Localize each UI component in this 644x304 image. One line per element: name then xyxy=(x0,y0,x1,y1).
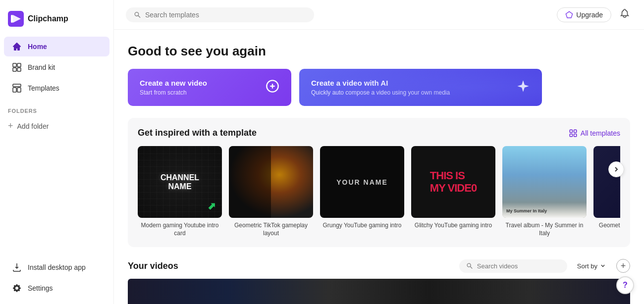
sidebar-item-home-label: Home xyxy=(28,43,47,51)
home-icon xyxy=(12,42,22,51)
content-area: Good to see you again Create a new video… xyxy=(114,30,644,304)
template-name-travel: Travel album - My Summer in Italy xyxy=(502,222,587,237)
template-thumb-travel: My Summer In Italy xyxy=(502,146,587,218)
sidebar: Clipchamp Home Brand kit Templates xyxy=(0,0,114,304)
green-arrow-icon: ⬈ xyxy=(208,200,216,212)
sort-label: Sort by xyxy=(577,262,597,270)
template-thumb-gaming-1: CHANNELNAME ⬈ xyxy=(138,146,222,218)
notification-button[interactable] xyxy=(617,6,632,23)
sort-by-button[interactable]: Sort by xyxy=(573,260,610,272)
sidebar-nav: Home Brand kit Templates xyxy=(0,37,113,98)
svg-rect-17 xyxy=(574,134,576,136)
create-new-video-card[interactable]: Create a new video Start from scratch xyxy=(128,69,291,106)
travel-label: My Summer In Italy xyxy=(506,208,547,213)
add-folder-label: Add folder xyxy=(17,122,49,130)
template-section: Get inspired with a template All templat… xyxy=(128,118,630,247)
template-card-gaming-1[interactable]: CHANNELNAME ⬈ Modern gaming Youtube intr… xyxy=(138,146,222,237)
search-input[interactable] xyxy=(145,11,306,19)
add-video-button[interactable]: + xyxy=(616,259,630,273)
video-search-input[interactable] xyxy=(477,262,560,270)
topbar-right: Upgrade xyxy=(557,6,632,23)
templates-carousel: CHANNELNAME ⬈ Modern gaming Youtube intr… xyxy=(138,146,620,237)
ai-video-subtitle: Quickly auto compose a video using your … xyxy=(311,89,450,96)
all-templates-label: All templates xyxy=(581,129,620,137)
plus-circle-icon xyxy=(266,79,279,96)
your-videos-title: Your videos xyxy=(128,261,178,271)
template-thumb-glitchy: THIS ISMY VIDE0 xyxy=(411,146,495,218)
new-video-title: Create a new video xyxy=(140,79,207,87)
video-search-box[interactable] xyxy=(459,259,567,273)
template-section-header: Get inspired with a template All templat… xyxy=(138,128,620,138)
template-card-travel[interactable]: My Summer In Italy Travel album - My Sum… xyxy=(502,146,587,237)
svg-rect-14 xyxy=(570,130,572,132)
gear-icon xyxy=(12,283,22,293)
template-section-title: Get inspired with a template xyxy=(138,128,257,138)
template-name-gaming-2: Grungy YouTube gaming intro xyxy=(320,222,404,230)
template-name-gaming-1: Modern gaming Youtube intro card xyxy=(138,222,222,237)
template-card-glitchy[interactable]: THIS ISMY VIDE0 Glitchy YouTube gaming i… xyxy=(411,146,495,237)
help-button[interactable]: ? xyxy=(616,276,634,294)
carousel-next-button[interactable] xyxy=(608,161,624,177)
sidebar-item-install[interactable]: Install desktop app xyxy=(4,257,109,277)
template-thumb-gaming-2: YOUR NAME xyxy=(320,146,404,218)
glitchy-text: THIS ISMY VIDE0 xyxy=(430,170,477,194)
settings-label: Settings xyxy=(28,284,53,292)
ai-video-text: Create a video with AI Quickly auto comp… xyxy=(311,79,450,96)
page-title: Good to see you again xyxy=(128,44,630,59)
template-card-geo-yt[interactable]: YOURNAM Geometric YouTube gaming intro xyxy=(593,146,620,237)
help-icon: ? xyxy=(623,281,628,290)
plus-icon: + xyxy=(8,121,13,131)
svg-rect-15 xyxy=(574,130,576,132)
chevron-down-icon xyxy=(599,262,606,269)
svg-rect-9 xyxy=(17,88,21,92)
upgrade-button[interactable]: Upgrade xyxy=(557,7,611,22)
sidebar-item-settings[interactable]: Settings xyxy=(4,278,109,298)
sidebar-item-brand-kit[interactable]: Brand kit xyxy=(4,57,109,77)
upgrade-label: Upgrade xyxy=(576,11,603,19)
sidebar-item-templates-label: Templates xyxy=(28,84,59,92)
search-icon xyxy=(134,11,141,19)
install-label: Install desktop app xyxy=(28,263,86,271)
sidebar-item-templates[interactable]: Templates xyxy=(4,78,109,98)
template-name-geo-yt: Geometric YouTube gaming intro xyxy=(593,222,620,237)
app-logo: Clipchamp xyxy=(0,6,113,37)
videos-controls: Sort by + xyxy=(459,259,630,273)
ai-video-card[interactable]: Create a video with AI Quickly auto comp… xyxy=(299,69,542,106)
videos-header: Your videos Sort by + xyxy=(128,259,630,273)
thumb-channel-text: CHANNELNAME xyxy=(161,173,199,191)
add-folder-button[interactable]: + Add folder xyxy=(8,118,106,134)
template-thumb-tiktok xyxy=(229,146,313,218)
action-cards: Create a new video Start from scratch Cr… xyxy=(128,69,630,106)
main-area: Upgrade Good to see you again Create a n… xyxy=(114,0,644,304)
template-card-tiktok[interactable]: Geometric TikTok gameplay layout xyxy=(229,146,313,237)
video-search-icon xyxy=(466,262,473,269)
sidebar-item-home[interactable]: Home xyxy=(4,37,109,56)
search-box[interactable] xyxy=(126,7,314,22)
svg-rect-8 xyxy=(13,88,16,92)
carousel-container: CHANNELNAME ⬈ Modern gaming Youtube intr… xyxy=(138,146,620,237)
tiktok-overlay xyxy=(229,146,271,218)
template-name-tiktok: Geometric TikTok gameplay layout xyxy=(229,222,313,237)
ai-video-title: Create a video with AI xyxy=(311,79,450,87)
app-name: Clipchamp xyxy=(28,14,68,23)
travel-overlay: My Summer In Italy xyxy=(502,203,587,218)
sparkle-icon xyxy=(516,79,530,96)
your-name-text: YOUR NAME xyxy=(336,178,388,186)
template-thumb-geo-yt: YOURNAM xyxy=(593,146,620,218)
all-templates-link[interactable]: All templates xyxy=(569,129,620,138)
video-strip xyxy=(128,279,630,304)
diamond-icon xyxy=(565,11,573,19)
download-icon xyxy=(12,262,22,272)
new-video-subtitle: Start from scratch xyxy=(140,89,207,96)
bell-icon xyxy=(619,8,630,19)
svg-rect-3 xyxy=(13,63,16,67)
brand-icon xyxy=(12,62,22,72)
new-video-text: Create a new video Start from scratch xyxy=(140,79,207,96)
topbar: Upgrade xyxy=(114,0,644,30)
template-card-gaming-2[interactable]: YOUR NAME Grungy YouTube gaming intro xyxy=(320,146,404,237)
svg-rect-6 xyxy=(17,68,21,71)
your-videos-section: Your videos Sort by + xyxy=(128,259,630,304)
sidebar-bottom: Install desktop app Settings xyxy=(0,257,113,298)
svg-rect-4 xyxy=(17,63,21,67)
svg-rect-7 xyxy=(13,84,21,87)
